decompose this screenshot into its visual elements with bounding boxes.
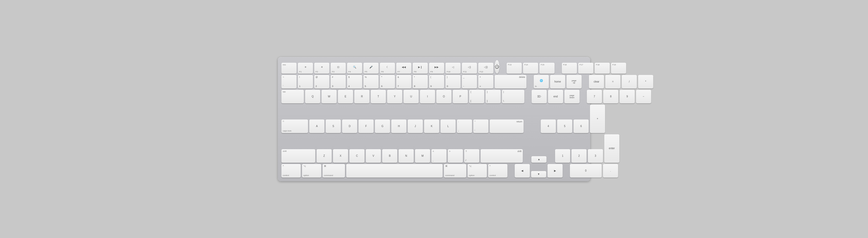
key-np1[interactable]: 1 — [555, 149, 570, 163]
key-f11[interactable]: ◁) F11 — [462, 63, 477, 74]
key-backtick[interactable]: ~ ` — [281, 75, 297, 89]
key-y[interactable]: Y — [387, 90, 402, 103]
key-f2[interactable]: ☀ F2 — [314, 63, 329, 74]
key-5[interactable]: % 5 — [364, 75, 378, 89]
key-n[interactable]: N — [399, 149, 414, 163]
key-c[interactable]: C — [349, 149, 365, 163]
key-k[interactable]: K — [424, 120, 439, 133]
key-z[interactable]: Z — [317, 149, 332, 163]
key-tab[interactable]: tab — [281, 90, 304, 103]
key-power[interactable]: ⏻ — [495, 60, 499, 74]
key-f6[interactable]: ☾ F6 — [380, 63, 395, 74]
key-f7[interactable]: ◀◀ F7 — [396, 63, 411, 74]
key-f12[interactable]: ◁)) F12 — [478, 63, 493, 74]
key-slash[interactable]: ? / — [464, 149, 479, 163]
key-4[interactable]: $ 4 — [347, 75, 362, 89]
key-equals[interactable]: + = — [478, 75, 493, 89]
key-lshift[interactable]: shift — [281, 149, 315, 163]
key-a[interactable]: A — [309, 120, 324, 133]
key-np8[interactable]: 8 — [603, 90, 618, 103]
key-minus[interactable]: _ - — [462, 75, 477, 89]
key-np-equals[interactable]: = — [605, 75, 620, 89]
key-8[interactable]: * 8 — [413, 75, 428, 89]
key-np2[interactable]: 2 — [571, 149, 587, 163]
key-f10[interactable]: ◁ F10 — [445, 63, 461, 74]
key-u[interactable]: U — [404, 90, 418, 103]
key-o[interactable]: O — [436, 90, 452, 103]
key-f15[interactable]: F15 — [539, 63, 555, 74]
key-f3[interactable]: ⊡ F3 — [331, 63, 346, 74]
key-t[interactable]: T — [371, 90, 386, 103]
key-np-enter[interactable]: enter — [604, 135, 619, 163]
key-fn-globe[interactable]: 🌐 fn — [534, 75, 549, 89]
key-f14[interactable]: F14 — [523, 63, 538, 74]
key-period[interactable]: > . — [448, 149, 463, 163]
key-lcommand[interactable]: ⌘ command — [322, 164, 345, 178]
key-capslock[interactable]: caps lock — [281, 120, 308, 133]
key-quote[interactable]: " ' — [473, 120, 488, 133]
key-np9[interactable]: 9 — [620, 90, 635, 103]
key-arrow-down[interactable]: ▼ — [531, 171, 546, 178]
key-roption[interactable]: ⌥ option — [468, 164, 487, 178]
key-lbracket[interactable]: { [ — [469, 90, 484, 103]
key-lcontrol[interactable]: ^ control — [281, 164, 301, 178]
key-pagedown[interactable]: pagedown — [564, 90, 580, 103]
key-clear[interactable]: clear — [589, 75, 604, 89]
key-backslash[interactable]: | \ — [502, 90, 524, 103]
key-np5[interactable]: 5 — [557, 120, 572, 133]
key-x[interactable]: X — [333, 149, 348, 163]
key-g[interactable]: G — [375, 120, 390, 133]
key-f19[interactable]: F19 — [611, 63, 626, 74]
key-np6[interactable]: 6 — [574, 120, 589, 133]
key-end[interactable]: end — [548, 90, 563, 103]
key-j[interactable]: J — [408, 120, 423, 133]
key-d[interactable]: D — [342, 120, 357, 133]
key-rcontrol[interactable]: ^ control — [488, 164, 507, 178]
key-6[interactable]: ^ 6 — [380, 75, 395, 89]
key-f1[interactable]: ☀ F1 — [298, 63, 313, 74]
key-w[interactable]: W — [321, 90, 337, 103]
key-arrow-up[interactable]: ▲ — [531, 156, 547, 163]
key-s[interactable]: S — [326, 120, 341, 133]
key-esc[interactable]: esc — [281, 63, 297, 74]
key-comma[interactable]: < , — [431, 149, 446, 163]
key-7[interactable]: & 7 — [396, 75, 411, 89]
key-e[interactable]: E — [338, 90, 353, 103]
key-np7[interactable]: 7 — [587, 90, 602, 103]
key-np-decimal[interactable]: . — [603, 164, 618, 178]
key-i[interactable]: I — [420, 90, 435, 103]
key-2[interactable]: @ 2 — [314, 75, 329, 89]
key-f16[interactable]: F16 — [562, 63, 577, 74]
key-np-multiply[interactable]: * — [638, 75, 653, 89]
key-f17[interactable]: F17 — [578, 63, 593, 74]
key-f13[interactable]: F13 — [507, 63, 522, 74]
key-h[interactable]: H — [391, 120, 406, 133]
key-f[interactable]: F — [359, 120, 374, 133]
key-3[interactable]: # 3 — [331, 75, 346, 89]
key-l[interactable]: L — [440, 120, 456, 133]
key-m[interactable]: M — [415, 149, 430, 163]
key-b[interactable]: B — [382, 149, 397, 163]
key-f5[interactable]: 🎤 F5 — [364, 63, 378, 74]
key-f4[interactable]: 🔍 F4 — [347, 63, 362, 74]
key-home[interactable]: home — [550, 75, 565, 89]
key-np4[interactable]: 4 — [541, 120, 556, 133]
key-1[interactable]: ! 1 — [298, 75, 313, 89]
key-fwddel[interactable]: ⌦ — [532, 90, 547, 103]
key-return[interactable]: return — [490, 120, 524, 133]
key-space[interactable] — [346, 164, 442, 178]
key-pageup[interactable]: pageup — [566, 75, 582, 89]
key-0[interactable]: ) 0 — [445, 75, 461, 89]
key-np0[interactable]: 0 — [570, 164, 602, 178]
key-r[interactable]: R — [354, 90, 369, 103]
key-delete[interactable]: delete — [495, 75, 526, 89]
key-v[interactable]: V — [366, 149, 381, 163]
key-rbracket[interactable]: } ] — [486, 90, 501, 103]
key-f8[interactable]: ▶❙ F8 — [413, 63, 428, 74]
key-p[interactable]: P — [453, 90, 468, 103]
key-q[interactable]: Q — [305, 90, 320, 103]
key-semicolon[interactable]: : ; — [457, 120, 472, 133]
key-np-minus[interactable]: − — [636, 90, 651, 103]
key-f9[interactable]: ▶▶ F9 — [429, 63, 444, 74]
key-np3[interactable]: 3 — [588, 149, 603, 163]
